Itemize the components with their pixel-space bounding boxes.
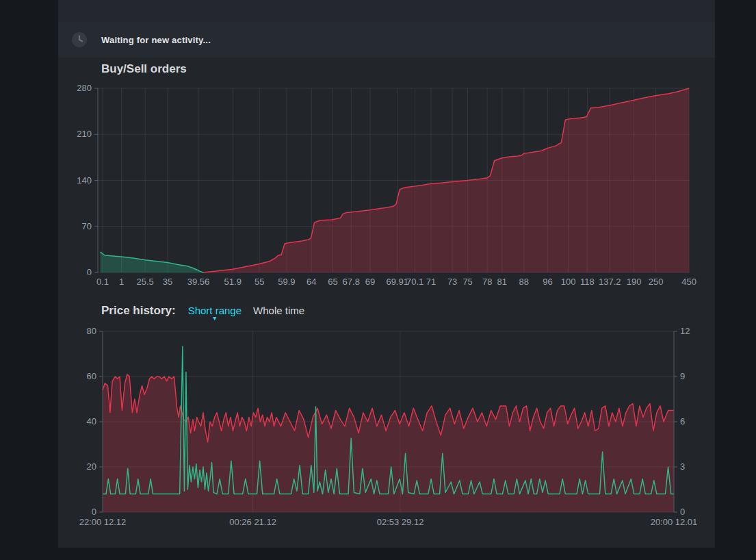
svg-text:0: 0 <box>680 507 685 517</box>
svg-text:20: 20 <box>87 461 96 472</box>
svg-text:60: 60 <box>87 371 96 381</box>
tab-short-range[interactable]: Short range ▾ <box>188 305 242 316</box>
svg-text:100: 100 <box>561 277 576 287</box>
svg-text:6: 6 <box>680 416 685 427</box>
svg-text:39.56: 39.56 <box>187 277 210 287</box>
clock-icon <box>72 32 87 47</box>
svg-text:22:00 12.12: 22:00 12.12 <box>79 517 127 527</box>
svg-text:1: 1 <box>119 277 124 287</box>
svg-text:00:26 21.12: 00:26 21.12 <box>229 517 276 527</box>
svg-text:78: 78 <box>482 277 492 287</box>
svg-text:280: 280 <box>77 83 92 93</box>
svg-text:02:53 29.12: 02:53 29.12 <box>377 517 424 527</box>
top-strip <box>58 0 715 22</box>
svg-text:210: 210 <box>77 129 92 139</box>
svg-text:69: 69 <box>365 277 375 287</box>
svg-text:65: 65 <box>328 277 337 287</box>
price-history-title: Price history: <box>101 304 176 318</box>
svg-text:0: 0 <box>92 507 96 517</box>
svg-text:70: 70 <box>82 221 92 231</box>
svg-text:20:00 12.01: 20:00 12.01 <box>651 517 698 527</box>
svg-text:73: 73 <box>447 277 457 287</box>
svg-text:12: 12 <box>680 326 690 336</box>
svg-text:0: 0 <box>87 267 92 277</box>
svg-text:0.1: 0.1 <box>96 277 109 287</box>
svg-text:137.2: 137.2 <box>599 277 621 287</box>
svg-text:9: 9 <box>680 371 685 381</box>
svg-text:96: 96 <box>543 277 552 287</box>
svg-text:70.1: 70.1 <box>406 277 423 287</box>
svg-text:51.9: 51.9 <box>224 277 242 287</box>
svg-text:3: 3 <box>680 461 685 472</box>
caret-down-icon: ▾ <box>213 315 216 322</box>
svg-text:40: 40 <box>87 416 96 427</box>
main-panel: Waiting for new activity... Buy/Sell ord… <box>58 0 715 548</box>
svg-text:250: 250 <box>649 277 664 287</box>
svg-text:80: 80 <box>87 326 96 336</box>
svg-text:64: 64 <box>307 277 316 287</box>
price-history-chart[interactable]: 02040608003691222:00 12.1200:26 21.1202:… <box>58 322 715 533</box>
svg-text:450: 450 <box>681 277 696 287</box>
svg-text:67.8: 67.8 <box>343 277 360 287</box>
tab-whole-time[interactable]: Whole time <box>253 305 304 316</box>
buy-sell-chart-title: Buy/Sell orders <box>101 62 187 76</box>
svg-text:59.9: 59.9 <box>278 277 295 287</box>
svg-text:25.5: 25.5 <box>137 277 154 287</box>
svg-text:88: 88 <box>519 277 529 287</box>
svg-text:190: 190 <box>627 277 642 287</box>
svg-text:81: 81 <box>497 277 507 287</box>
buy-sell-orders-chart[interactable]: 0701402102800.1125.53539.5651.95559.9646… <box>58 82 715 292</box>
price-history-header: Price history: Short range ▾ Whole time <box>101 304 304 318</box>
activity-status-text: Waiting for new activity... <box>101 35 211 45</box>
svg-text:71: 71 <box>426 277 436 287</box>
svg-text:118: 118 <box>580 277 595 287</box>
svg-text:75: 75 <box>462 277 472 287</box>
svg-text:140: 140 <box>77 175 92 186</box>
svg-text:55: 55 <box>255 277 264 287</box>
svg-text:35: 35 <box>163 277 172 287</box>
svg-text:69.91: 69.91 <box>386 277 408 287</box>
activity-bar: Waiting for new activity... <box>58 22 715 58</box>
